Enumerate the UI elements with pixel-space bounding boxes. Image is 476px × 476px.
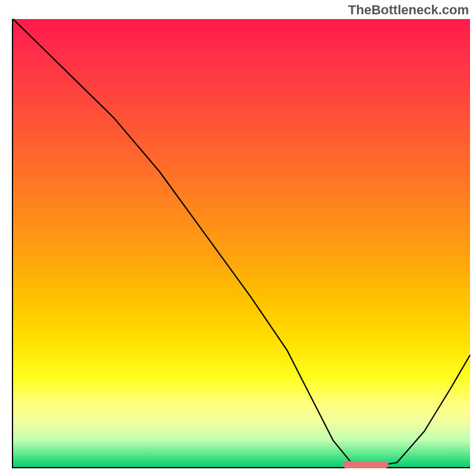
bottleneck-curve: [13, 19, 470, 467]
plot-area: [12, 19, 470, 468]
optimal-marker: [343, 461, 389, 468]
watermark-text: TheBottleneck.com: [348, 2, 469, 18]
